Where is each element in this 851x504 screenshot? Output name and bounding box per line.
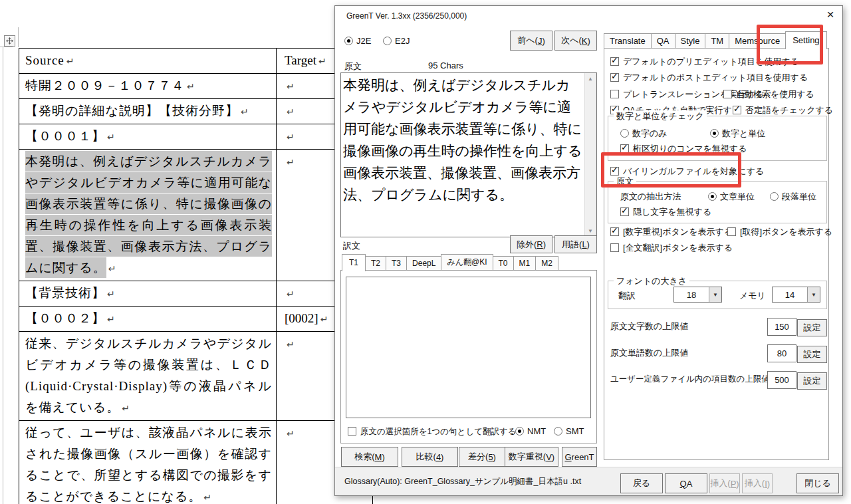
end-of-cell-mark: ↵ [108, 263, 116, 274]
item-limit-input[interactable]: 500 [767, 371, 796, 389]
radio-icon [515, 427, 524, 436]
insert-p-button[interactable]: 挿入(P) [709, 473, 740, 493]
checkbox-icon [348, 427, 356, 436]
negative-word-checkbox[interactable]: 否定語をチェックする [733, 104, 833, 116]
table-row: 従って、ユーザは、該液晶パネルに表示された撮像画像（スルー画像）を確認することで… [19, 421, 373, 504]
postedit-checkbox[interactable]: デフォルトのポストエディット項目を使用する [610, 72, 808, 84]
diff-button[interactable]: 差分(5) [459, 447, 505, 467]
close-button[interactable]: 閉じる [796, 473, 839, 493]
groupbox-label: フォントの大きさ [614, 275, 689, 287]
end-of-cell-mark: ↵ [107, 314, 115, 324]
memory-font-select[interactable]: 14 ▼ [772, 287, 820, 303]
selected-source-text: 本発明は、例えばデジタルスチルカメラやデジタルビデオカメラ等に適用可能な画像表示… [25, 151, 272, 278]
word-limit-input[interactable]: 80 [767, 344, 796, 362]
end-of-cell-mark: ↵ [287, 428, 295, 439]
item-limit-set-button[interactable]: 設定 [797, 372, 827, 390]
tab-setting[interactable]: Setting [785, 31, 826, 49]
checkbox-icon [723, 90, 732, 98]
chevron-down-icon[interactable]: ▼ [807, 287, 820, 302]
source-text: 本発明は、例えばデジタルスチルカメラやデジタルビデオカメラ等に適用可能な画像表示… [343, 74, 582, 205]
sentence-unit-radio[interactable]: 文章単位 [708, 191, 755, 203]
target-textarea[interactable] [346, 277, 591, 418]
source-label: 原文 [344, 61, 362, 72]
smt-radio[interactable]: SMT [554, 426, 584, 436]
end-of-cell-mark: ↵ [66, 56, 74, 66]
tab-minhon-ki[interactable]: みん翻@KI [441, 254, 493, 271]
number-unit-groupbox: 数字と単位をチェック 数字のみ 数字と単位 桁区切りのコンマを無視する [608, 116, 827, 161]
direction-radio-e2j[interactable]: E2J [383, 36, 410, 46]
dialog-titlebar[interactable]: GreenT Ver. 1.3xx (2356/250,000) × [335, 6, 842, 26]
item-limit-label: ユーザー定義ファイル内の項目数の上限値 [610, 374, 770, 385]
char-limit-input[interactable]: 150 [767, 318, 796, 336]
source-column-header: Source [25, 53, 64, 67]
end-of-cell-mark: ↵ [287, 106, 295, 117]
digits-only-radio[interactable]: 数字のみ [620, 128, 668, 140]
show-get-button-checkbox[interactable]: [取得]ボタンを表示する [727, 226, 832, 238]
search-button[interactable]: 検索(M) [341, 447, 398, 467]
engine-tab-strip: T1 T2 T3 DeepL みん翻@KI T0 M1 M2 [342, 255, 558, 271]
table-row: 【発明の詳細な説明】【技術分野】↵ ↵ [19, 99, 373, 124]
end-of-cell-mark: ↵ [287, 339, 295, 350]
translation-font-select[interactable]: 18 ▼ [673, 287, 722, 303]
preedit-checkbox[interactable]: デフォルトのプリエディット項目を使用する [610, 56, 799, 68]
show-number-button-checkbox[interactable]: [数字重視]ボタンを表示する [610, 226, 733, 238]
scroll-up-icon[interactable]: ▲ [585, 73, 596, 84]
direction-radio-j2e[interactable]: J2E [344, 36, 371, 46]
table-row: 【０００２】↵ [0002]↵ [19, 307, 373, 332]
dialog-title: GreenT Ver. 1.3xx (2356/250,000) [346, 11, 467, 21]
greent-button[interactable]: GreenT [562, 447, 597, 467]
tab-t0[interactable]: T0 [493, 256, 514, 271]
checkbox-icon [610, 90, 619, 98]
tab-memsource[interactable]: Memsource [729, 33, 786, 49]
close-icon[interactable]: × [824, 8, 837, 21]
text-boundary-vertical [18, 27, 19, 47]
cell-text: 【発明の詳細な説明】【技術分野】 [25, 104, 239, 118]
tab-tm[interactable]: TM [705, 33, 729, 49]
page-edge-line [3, 47, 3, 504]
prev-button[interactable]: 前へ(J) [510, 31, 552, 51]
number-focus-button[interactable]: 数字重視(V) [505, 447, 558, 467]
paragraph-unit-radio[interactable]: 段落単位 [770, 191, 816, 203]
hidden-text-checkbox[interactable]: 隠し文字を無視する [620, 206, 711, 218]
digits-units-radio[interactable]: 数字と単位 [710, 128, 765, 140]
checkbox-icon [620, 144, 629, 153]
end-of-cell-mark: ↵ [122, 403, 130, 414]
source-textarea[interactable]: 本発明は、例えばデジタルスチルカメラやデジタルビデオカメラ等に適用可能な画像表示… [340, 72, 597, 237]
nmt-radio[interactable]: NMT [515, 426, 546, 436]
back-button[interactable]: 戻る [620, 473, 663, 493]
groupbox-label: 数字と単位をチェック [614, 110, 707, 122]
tab-t3[interactable]: T3 [386, 256, 407, 271]
radio-icon [770, 192, 779, 201]
term-button[interactable]: 用語(L) [554, 235, 597, 253]
tab-translate[interactable]: Translate [604, 33, 652, 49]
checkbox-icon [610, 243, 619, 252]
show-fulltranslate-button-checkbox[interactable]: [全文翻訳]ボタンを表示する [610, 242, 733, 254]
tab-t1[interactable]: T1 [342, 254, 366, 271]
radio-icon [708, 192, 717, 201]
next-button[interactable]: 次へ(K) [554, 31, 597, 51]
end-of-cell-mark: ↵ [241, 106, 249, 117]
phrase-translate-checkbox[interactable]: 原文の選択箇所を1つの句として翻訳する [348, 426, 517, 438]
compare-button[interactable]: 比較(4) [402, 447, 458, 467]
tab-m2[interactable]: M2 [535, 256, 558, 271]
target-tab-page: 原文の選択箇所を1つの句として翻訳する NMT SMT [340, 270, 597, 443]
table-move-handle-icon[interactable] [4, 35, 15, 47]
qa-button[interactable]: QA [665, 473, 707, 493]
tab-style[interactable]: Style [675, 33, 706, 49]
ignore-comma-checkbox[interactable]: 桁区切りのコンマを無視する [620, 143, 747, 155]
tab-deepl[interactable]: DeepL [406, 256, 441, 271]
word-limit-label: 原文単語数の上限値 [610, 347, 688, 359]
chevron-down-icon[interactable]: ▼ [709, 287, 721, 302]
tab-qa[interactable]: QA [651, 33, 675, 49]
tab-t2[interactable]: T2 [365, 256, 386, 271]
word-limit-set-button[interactable]: 設定 [797, 346, 827, 363]
insert-i-button[interactable]: 挿入(I) [742, 473, 773, 493]
char-limit-label: 原文文字数の上限値 [610, 320, 688, 332]
target-text [346, 277, 590, 280]
glossary-status-text: Glossary(Auto): GreenT_Glossary_サンプル明細書_… [344, 476, 581, 487]
tab-m1[interactable]: M1 [513, 256, 537, 271]
source-scrollbar[interactable]: ▲ ▼ [584, 73, 596, 237]
char-limit-set-button[interactable]: 設定 [797, 319, 827, 336]
autosearch-checkbox[interactable]: 自動検索を使用する [723, 88, 814, 100]
exclude-button[interactable]: 除外(R) [510, 235, 552, 253]
